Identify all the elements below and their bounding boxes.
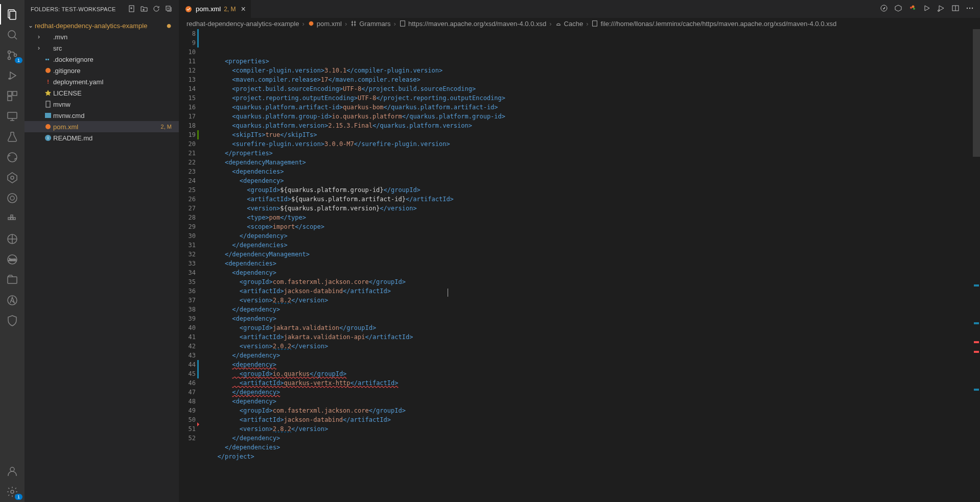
marker — [974, 341, 979, 343]
settings-badge: 1 — [15, 494, 22, 500]
svg-point-5 — [8, 57, 11, 60]
svg-rect-60 — [593, 21, 597, 27]
tree-item--gitignore[interactable]: .gitignore — [25, 65, 179, 76]
activity-testing[interactable] — [0, 127, 25, 147]
activity-ansible[interactable] — [0, 290, 25, 310]
activity-redhat[interactable] — [0, 188, 25, 208]
tree-root[interactable]: ⌄ redhat-dependency-analytics-example ● — [25, 20, 179, 31]
file-icon: i — [43, 134, 53, 142]
svg-point-49 — [910, 7, 912, 9]
svg-rect-38 — [45, 59, 47, 60]
chevron-right-icon: › — [35, 44, 43, 52]
compass-icon[interactable] — [880, 4, 888, 14]
close-icon[interactable]: × — [241, 5, 245, 14]
breadcrumb-item[interactable]: redhat-dependency-analytics-example — [186, 20, 299, 28]
activity-openshift[interactable] — [0, 147, 25, 168]
tree-item-src[interactable]: ›src — [25, 42, 179, 54]
tree-item-mvnw[interactable]: mvnw — [25, 99, 179, 110]
svg-point-40 — [45, 68, 51, 73]
svg-rect-1 — [10, 11, 16, 19]
svg-text:Json: Json — [9, 258, 16, 261]
svg-point-2 — [8, 31, 15, 38]
split-editor-icon[interactable] — [951, 4, 960, 14]
file-label: deployment.yaml — [53, 78, 175, 86]
breadcrumb-item[interactable]: Grammars — [350, 20, 390, 28]
svg-point-18 — [8, 194, 17, 203]
activity-extensions[interactable] — [0, 86, 25, 106]
file-label: mvnw.cmd — [53, 112, 175, 119]
tree-item-LICENSE[interactable]: LICENSE — [25, 87, 179, 99]
file-label: README.md — [53, 134, 175, 142]
tree-item--mvn[interactable]: ›.mvn — [25, 31, 179, 42]
activity-tekton[interactable] — [0, 229, 25, 249]
new-folder-icon[interactable] — [140, 5, 148, 14]
chevron-down-icon: ⌄ — [27, 22, 35, 29]
tree-item--dockerignore[interactable]: .dockerignore — [25, 54, 179, 65]
chevron-right-icon: › — [35, 33, 43, 40]
activity-search[interactable] — [0, 25, 25, 45]
activity-shield[interactable] — [0, 310, 25, 331]
svg-point-7 — [9, 78, 10, 79]
activity-source-control[interactable]: 1 — [0, 45, 25, 65]
tree-item-mvnw-cmd[interactable]: mvnw.cmd — [25, 110, 179, 121]
activity-docker[interactable] — [0, 208, 25, 229]
activity-remote-explorer[interactable] — [0, 106, 25, 127]
svg-point-55 — [967, 8, 968, 9]
cloud-icon[interactable] — [908, 4, 917, 14]
more-icon[interactable] — [966, 4, 974, 14]
svg-rect-41 — [46, 101, 50, 107]
tree-item-deployment-yaml[interactable]: !deployment.yaml — [25, 76, 179, 87]
file-icon — [43, 111, 53, 119]
refresh-icon[interactable] — [152, 5, 160, 14]
gitpod-icon[interactable] — [894, 4, 902, 14]
text-cursor — [448, 289, 448, 297]
activity-kubernetes[interactable] — [0, 168, 25, 188]
debug-run-icon[interactable] — [937, 4, 945, 14]
file-label: LICENSE — [53, 89, 175, 97]
file-label: .dockerignore — [53, 56, 175, 63]
tree-item-README-md[interactable]: iREADME.md — [25, 132, 179, 144]
file-label: .mvn — [53, 33, 175, 41]
svg-rect-8 — [8, 91, 12, 95]
file-icon — [43, 55, 53, 63]
file-tree: ⌄ redhat-dependency-analytics-example ● … — [25, 18, 179, 146]
breadcrumb-item[interactable]: file:///home/llonas/.lemminx/cache/https… — [591, 20, 836, 28]
svg-marker-16 — [8, 173, 17, 183]
svg-point-43 — [45, 124, 51, 129]
activity-bar: 1 Json — [0, 0, 25, 502]
svg-point-19 — [10, 196, 14, 200]
breadcrumb-item[interactable]: Cache — [555, 20, 584, 28]
collapse-all-icon[interactable] — [165, 5, 173, 14]
breadcrumb-item[interactable]: https://maven.apache.org/xsd/maven-4.0.0… — [399, 20, 546, 28]
svg-point-51 — [913, 8, 915, 10]
svg-rect-23 — [13, 218, 15, 220]
tab-pom-xml[interactable]: pom.xml 2, M × — [179, 0, 251, 18]
code-content[interactable]: <properties> <compiler-plugin.version>3.… — [205, 29, 980, 502]
run-icon[interactable] — [923, 4, 931, 14]
activity-accounts[interactable] — [0, 461, 25, 482]
activity-explorer[interactable] — [0, 4, 25, 25]
breadcrumb-item[interactable]: pom.xml — [308, 20, 342, 28]
svg-point-52 — [938, 10, 940, 12]
editor-area: pom.xml 2, M × redhat-dependency-analyti… — [179, 0, 980, 502]
code-editor[interactable]: 8910111213141516171819202122232425262728… — [179, 29, 980, 502]
svg-rect-9 — [13, 91, 17, 95]
activity-settings[interactable]: 1 — [0, 482, 25, 502]
scm-badge: 1 — [15, 57, 22, 63]
activity-json[interactable]: Json — [0, 249, 25, 270]
new-file-icon[interactable] — [128, 5, 136, 14]
activity-debug[interactable] — [0, 65, 25, 86]
activity-projects[interactable] — [0, 270, 25, 290]
vertical-scrollbar[interactable] — [973, 29, 980, 502]
tree-item-pom-xml[interactable]: pom.xml2, M — [25, 121, 179, 132]
svg-point-46 — [185, 6, 192, 12]
svg-rect-59 — [401, 21, 405, 27]
breadcrumb[interactable]: redhat-dependency-analytics-example › po… — [179, 18, 980, 29]
svg-point-50 — [912, 6, 915, 8]
file-meta: 2, M — [161, 124, 175, 130]
svg-point-6 — [14, 54, 17, 57]
svg-point-29 — [10, 467, 14, 471]
scrollbar-thumb[interactable] — [973, 29, 980, 157]
marker — [974, 322, 979, 324]
marker — [974, 389, 979, 391]
